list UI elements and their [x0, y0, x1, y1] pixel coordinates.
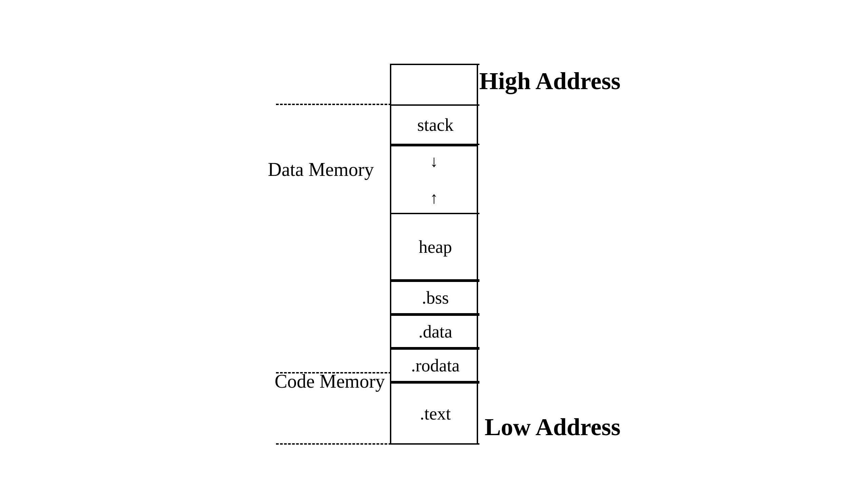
segment-rodata: .rodata — [391, 348, 479, 382]
heap-label: heap — [419, 237, 452, 257]
memory-column: stack ↓ ↑ heap .bss .data — [390, 64, 478, 445]
data-memory-label: Data Memory — [268, 159, 374, 180]
text-label: .text — [420, 404, 451, 424]
rodata-label: .rodata — [411, 355, 460, 375]
segment-data: .data — [391, 314, 479, 348]
high-address-label: High Address — [479, 67, 620, 95]
bottom-border — [391, 443, 479, 445]
code-memory-label: Code Memory — [275, 370, 385, 392]
segment-stack: stack — [391, 104, 479, 145]
stack-label: stack — [417, 115, 454, 135]
dashed-line-top — [276, 104, 391, 105]
memory-layout: High Address Low Address Data Memory Cod… — [390, 64, 478, 445]
segment-arrows: ↓ ↑ — [391, 145, 477, 213]
segment-bss: .bss — [391, 281, 479, 314]
arrow-down-icon: ↓ — [430, 153, 438, 169]
diagram-container: High Address Low Address Data Memory Cod… — [0, 0, 868, 488]
segment-text: .text — [391, 382, 479, 443]
bss-label: .bss — [422, 288, 449, 308]
diagram-inner: High Address Low Address Data Memory Cod… — [231, 10, 637, 478]
dashed-line-bottom — [276, 443, 391, 445]
arrow-up-icon: ↑ — [430, 190, 438, 206]
data-label: .data — [418, 322, 452, 342]
dashed-line-mid — [276, 372, 391, 373]
segment-heap: heap — [391, 213, 479, 281]
low-address-label: Low Address — [485, 413, 620, 441]
top-extension — [391, 64, 479, 104]
